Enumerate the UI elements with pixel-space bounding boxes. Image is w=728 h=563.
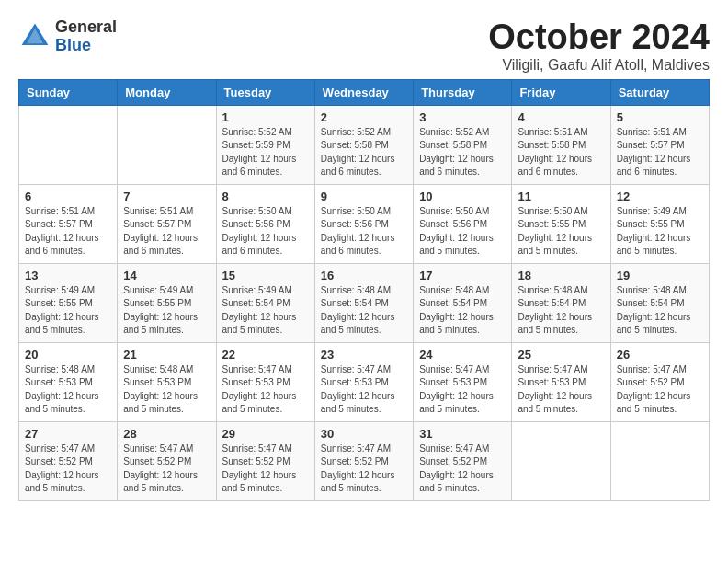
day-number: 17 <box>419 269 506 282</box>
calendar-cell: 7Sunrise: 5:51 AM Sunset: 5:57 PM Daylig… <box>118 184 216 263</box>
cell-content: Sunrise: 5:47 AM Sunset: 5:53 PM Dayligh… <box>419 363 506 417</box>
week-row-5: 27Sunrise: 5:47 AM Sunset: 5:52 PM Dayli… <box>19 421 710 500</box>
page-header: General Blue October 2024 Viligili, Gaaf… <box>18 18 710 74</box>
day-number: 10 <box>419 190 506 203</box>
cell-content: Sunrise: 5:47 AM Sunset: 5:52 PM Dayligh… <box>419 442 506 496</box>
calendar-cell: 24Sunrise: 5:47 AM Sunset: 5:53 PM Dayli… <box>414 342 512 421</box>
cell-content: Sunrise: 5:48 AM Sunset: 5:53 PM Dayligh… <box>123 363 210 417</box>
day-number: 4 <box>518 110 604 124</box>
calendar-cell <box>610 421 709 500</box>
week-row-4: 20Sunrise: 5:48 AM Sunset: 5:53 PM Dayli… <box>19 342 710 421</box>
logo: General Blue <box>18 18 117 55</box>
calendar-cell: 16Sunrise: 5:48 AM Sunset: 5:54 PM Dayli… <box>314 263 413 342</box>
day-number: 26 <box>617 348 703 362</box>
cell-content: Sunrise: 5:52 AM Sunset: 5:58 PM Dayligh… <box>321 126 407 179</box>
day-number: 2 <box>321 110 407 124</box>
day-number: 13 <box>25 269 111 282</box>
calendar-cell: 17Sunrise: 5:48 AM Sunset: 5:54 PM Dayli… <box>414 263 512 342</box>
calendar-cell: 27Sunrise: 5:47 AM Sunset: 5:52 PM Dayli… <box>19 421 118 500</box>
day-number: 25 <box>518 348 604 362</box>
title-block: October 2024 Viligili, Gaafu Alif Atoll,… <box>488 18 710 74</box>
calendar-cell: 29Sunrise: 5:47 AM Sunset: 5:52 PM Dayli… <box>216 421 314 500</box>
day-number: 7 <box>123 190 210 203</box>
cell-content: Sunrise: 5:47 AM Sunset: 5:52 PM Dayligh… <box>123 442 210 496</box>
calendar-cell: 18Sunrise: 5:48 AM Sunset: 5:54 PM Dayli… <box>512 263 610 342</box>
calendar-cell: 25Sunrise: 5:47 AM Sunset: 5:53 PM Dayli… <box>512 342 610 421</box>
calendar-table: SundayMondayTuesdayWednesdayThursdayFrid… <box>18 79 710 501</box>
day-number: 22 <box>222 348 309 362</box>
calendar-cell: 26Sunrise: 5:47 AM Sunset: 5:52 PM Dayli… <box>610 342 709 421</box>
day-number: 31 <box>419 427 506 441</box>
calendar-cell: 23Sunrise: 5:47 AM Sunset: 5:53 PM Dayli… <box>314 342 413 421</box>
cell-content: Sunrise: 5:49 AM Sunset: 5:55 PM Dayligh… <box>123 284 210 338</box>
day-number: 1 <box>222 110 309 124</box>
calendar-cell: 15Sunrise: 5:49 AM Sunset: 5:54 PM Dayli… <box>216 263 314 342</box>
day-number: 14 <box>123 269 210 282</box>
calendar-cell: 20Sunrise: 5:48 AM Sunset: 5:53 PM Dayli… <box>19 342 118 421</box>
calendar-cell: 10Sunrise: 5:50 AM Sunset: 5:56 PM Dayli… <box>414 184 512 263</box>
day-number: 28 <box>123 427 210 441</box>
location-subtitle: Viligili, Gaafu Alif Atoll, Maldives <box>488 57 710 74</box>
cell-content: Sunrise: 5:50 AM Sunset: 5:56 PM Dayligh… <box>222 205 309 259</box>
calendar-cell: 19Sunrise: 5:48 AM Sunset: 5:54 PM Dayli… <box>610 263 709 342</box>
logo-icon <box>18 20 51 53</box>
calendar-cell: 31Sunrise: 5:47 AM Sunset: 5:52 PM Dayli… <box>414 421 512 500</box>
cell-content: Sunrise: 5:47 AM Sunset: 5:53 PM Dayligh… <box>321 363 407 417</box>
calendar-cell: 13Sunrise: 5:49 AM Sunset: 5:55 PM Dayli… <box>19 263 118 342</box>
cell-content: Sunrise: 5:51 AM Sunset: 5:57 PM Dayligh… <box>123 205 210 259</box>
day-number: 9 <box>321 190 407 203</box>
day-header-monday: Monday <box>118 79 216 105</box>
day-number: 21 <box>123 348 210 362</box>
cell-content: Sunrise: 5:49 AM Sunset: 5:55 PM Dayligh… <box>25 284 111 338</box>
day-header-saturday: Saturday <box>610 79 709 105</box>
header-row: SundayMondayTuesdayWednesdayThursdayFrid… <box>19 79 710 105</box>
calendar-cell: 5Sunrise: 5:51 AM Sunset: 5:57 PM Daylig… <box>610 105 709 184</box>
day-number: 15 <box>222 269 309 282</box>
logo-blue-text: Blue <box>55 36 91 54</box>
logo-general-text: General <box>55 17 117 36</box>
calendar-cell: 1Sunrise: 5:52 AM Sunset: 5:59 PM Daylig… <box>216 105 314 184</box>
calendar-cell <box>118 105 216 184</box>
day-number: 24 <box>419 348 506 362</box>
day-number: 29 <box>222 427 309 441</box>
day-number: 16 <box>321 269 407 282</box>
day-number: 12 <box>617 190 703 203</box>
calendar-cell: 30Sunrise: 5:47 AM Sunset: 5:52 PM Dayli… <box>314 421 413 500</box>
day-number: 19 <box>617 269 703 282</box>
day-header-tuesday: Tuesday <box>216 79 314 105</box>
day-number: 6 <box>25 190 111 203</box>
cell-content: Sunrise: 5:50 AM Sunset: 5:56 PM Dayligh… <box>321 205 407 259</box>
day-header-wednesday: Wednesday <box>314 79 413 105</box>
day-number: 27 <box>25 427 111 441</box>
day-number: 18 <box>518 269 604 282</box>
week-row-1: 1Sunrise: 5:52 AM Sunset: 5:59 PM Daylig… <box>19 105 710 184</box>
cell-content: Sunrise: 5:48 AM Sunset: 5:54 PM Dayligh… <box>419 284 506 338</box>
cell-content: Sunrise: 5:48 AM Sunset: 5:54 PM Dayligh… <box>617 284 703 338</box>
calendar-cell: 6Sunrise: 5:51 AM Sunset: 5:57 PM Daylig… <box>19 184 118 263</box>
calendar-cell: 22Sunrise: 5:47 AM Sunset: 5:53 PM Dayli… <box>216 342 314 421</box>
day-header-thursday: Thursday <box>414 79 512 105</box>
calendar-cell <box>512 421 610 500</box>
cell-content: Sunrise: 5:52 AM Sunset: 5:58 PM Dayligh… <box>419 126 506 179</box>
cell-content: Sunrise: 5:49 AM Sunset: 5:55 PM Dayligh… <box>617 205 703 259</box>
day-number: 23 <box>321 348 407 362</box>
week-row-3: 13Sunrise: 5:49 AM Sunset: 5:55 PM Dayli… <box>19 263 710 342</box>
calendar-cell: 11Sunrise: 5:50 AM Sunset: 5:55 PM Dayli… <box>512 184 610 263</box>
day-number: 30 <box>321 427 407 441</box>
calendar-cell: 14Sunrise: 5:49 AM Sunset: 5:55 PM Dayli… <box>118 263 216 342</box>
calendar-cell <box>19 105 118 184</box>
cell-content: Sunrise: 5:47 AM Sunset: 5:52 PM Dayligh… <box>321 442 407 496</box>
calendar-cell: 21Sunrise: 5:48 AM Sunset: 5:53 PM Dayli… <box>118 342 216 421</box>
day-header-sunday: Sunday <box>19 79 118 105</box>
cell-content: Sunrise: 5:50 AM Sunset: 5:55 PM Dayligh… <box>518 205 604 259</box>
day-number: 3 <box>419 110 506 124</box>
cell-content: Sunrise: 5:52 AM Sunset: 5:59 PM Dayligh… <box>222 126 309 179</box>
day-number: 8 <box>222 190 309 203</box>
cell-content: Sunrise: 5:47 AM Sunset: 5:52 PM Dayligh… <box>25 442 111 496</box>
cell-content: Sunrise: 5:47 AM Sunset: 5:53 PM Dayligh… <box>518 363 604 417</box>
calendar-cell: 8Sunrise: 5:50 AM Sunset: 5:56 PM Daylig… <box>216 184 314 263</box>
calendar-cell: 9Sunrise: 5:50 AM Sunset: 5:56 PM Daylig… <box>314 184 413 263</box>
cell-content: Sunrise: 5:48 AM Sunset: 5:53 PM Dayligh… <box>25 363 111 417</box>
day-header-friday: Friday <box>512 79 610 105</box>
month-title: October 2024 <box>488 18 710 57</box>
